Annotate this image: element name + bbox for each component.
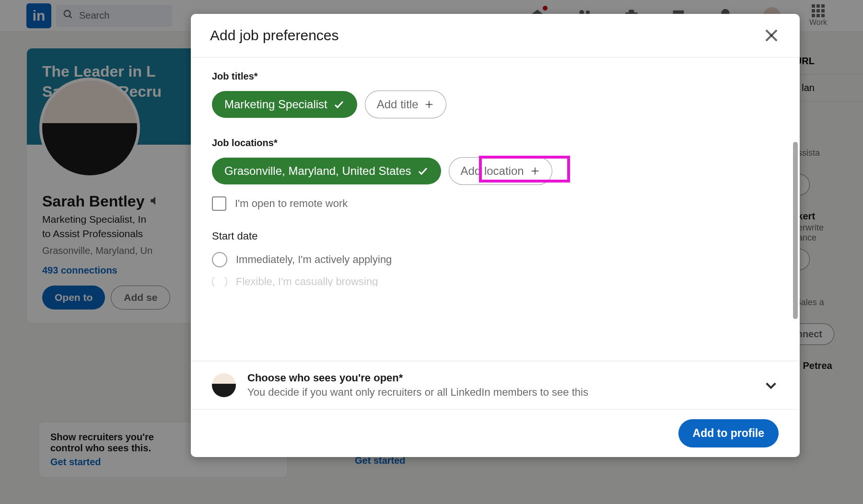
avatar-icon [212, 373, 236, 397]
modal-title: Add job preferences [210, 27, 339, 44]
close-icon [762, 26, 781, 45]
add-to-profile-button[interactable]: Add to profile [678, 419, 779, 447]
job-titles-section: Job titles* Marketing Specialist Add tit… [212, 71, 779, 118]
modal-footer: Add to profile [191, 409, 800, 457]
start-date-label: Start date [212, 230, 779, 242]
check-icon [333, 99, 345, 110]
visibility-desc: You decide if you want only recruiters o… [247, 386, 752, 399]
radio-label: Immediately, I'm actively applying [236, 253, 392, 266]
close-button[interactable] [762, 26, 781, 45]
visibility-title: Choose who sees you're open* [247, 372, 752, 384]
job-locations-label: Job locations* [212, 137, 779, 149]
visibility-section[interactable]: Choose who sees you're open* You decide … [191, 361, 800, 409]
add-location-button[interactable]: Add location [449, 157, 552, 185]
start-date-section: Start date Immediately, I'm actively app… [212, 230, 779, 286]
modal-body: Job titles* Marketing Specialist Add tit… [191, 57, 800, 361]
job-title-pill[interactable]: Marketing Specialist [212, 91, 357, 118]
plus-icon [530, 166, 540, 176]
add-title-button[interactable]: Add title [365, 91, 447, 118]
job-preferences-modal: Add job preferences Job titles* Marketin… [191, 14, 800, 457]
remote-label: I'm open to remote work [235, 197, 348, 210]
scrollbar-thumb[interactable] [793, 142, 798, 319]
add-location-label: Add location [461, 164, 524, 178]
add-title-label: Add title [377, 98, 419, 111]
start-option-row[interactable]: Flexible, I'm casually browsing [212, 277, 779, 286]
pill-text: Grasonville, Maryland, United States [224, 164, 411, 178]
radio-immediately[interactable] [212, 252, 227, 267]
job-titles-label: Job titles* [212, 71, 779, 82]
start-option-row[interactable]: Immediately, I'm actively applying [212, 252, 779, 267]
radio-label: Flexible, I'm casually browsing [236, 277, 378, 286]
remote-checkbox-row[interactable]: I'm open to remote work [212, 196, 779, 211]
modal-header: Add job preferences [191, 14, 800, 57]
job-location-pill[interactable]: Grasonville, Maryland, United States [212, 158, 441, 184]
job-locations-section: Job locations* Grasonville, Maryland, Un… [212, 137, 779, 211]
remote-checkbox[interactable] [212, 196, 226, 211]
plus-icon [424, 99, 434, 110]
radio-flexible[interactable] [212, 277, 227, 286]
chevron-down-icon [763, 378, 779, 393]
check-icon [417, 165, 429, 177]
pill-text: Marketing Specialist [224, 98, 327, 111]
